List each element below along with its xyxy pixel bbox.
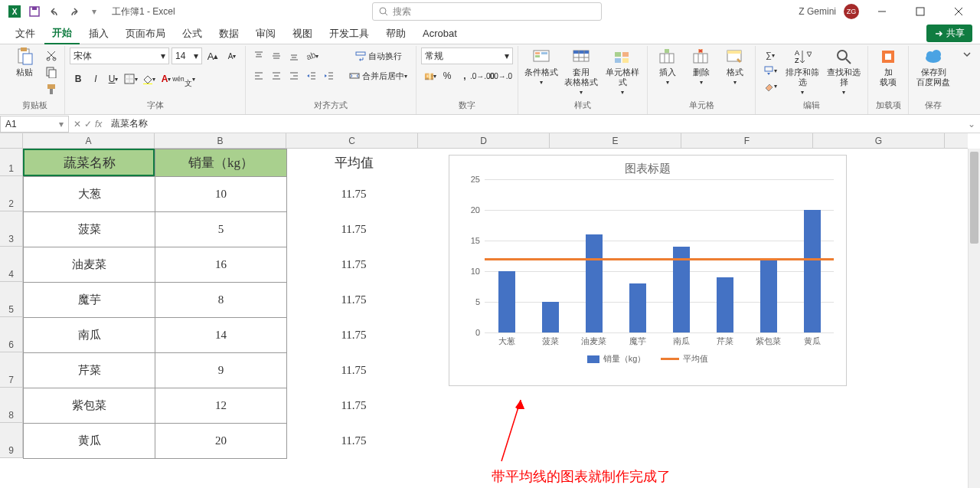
tab-view[interactable]: 视图 bbox=[285, 24, 320, 44]
decrease-indent-button[interactable] bbox=[303, 67, 320, 84]
autosum-button[interactable]: ∑▾ bbox=[760, 47, 780, 63]
accounting-format-button[interactable]: 💴▾ bbox=[421, 67, 438, 84]
table-cell[interactable]: 11.75 bbox=[288, 388, 420, 423]
tab-review[interactable]: 审阅 bbox=[248, 24, 283, 44]
table-cell[interactable]: 10 bbox=[155, 177, 287, 212]
row-header-2[interactable]: 2 bbox=[0, 176, 22, 211]
column-header-d[interactable]: D bbox=[418, 133, 550, 148]
insert-cells-button[interactable]: 插入▾ bbox=[652, 47, 683, 87]
table-cell[interactable]: 魔芋 bbox=[24, 283, 155, 318]
column-header-a[interactable]: A bbox=[23, 133, 155, 148]
formula-expand-button[interactable]: ⌄ bbox=[963, 119, 980, 129]
save-baidu-button[interactable]: 保存到 百度网盘 bbox=[913, 47, 953, 87]
row-header-4[interactable]: 4 bbox=[0, 247, 22, 282]
tab-insert[interactable]: 插入 bbox=[81, 24, 116, 44]
legend-item-bars[interactable]: 销量（kg） bbox=[587, 353, 646, 365]
font-size-select[interactable]: 14▾ bbox=[172, 47, 202, 64]
orientation-button[interactable]: ab▾ bbox=[303, 47, 320, 64]
font-name-select[interactable]: 宋体▾ bbox=[70, 47, 169, 64]
table-cell[interactable]: 9 bbox=[155, 353, 287, 388]
tab-layout[interactable]: 页面布局 bbox=[118, 24, 173, 44]
table-header-cell[interactable]: 平均值 bbox=[288, 149, 420, 176]
row-header-3[interactable]: 3 bbox=[0, 211, 22, 247]
addins-button[interactable]: 加 载项 bbox=[873, 47, 903, 87]
minimize-button[interactable] bbox=[867, 1, 897, 22]
fill-button[interactable]: ▾ bbox=[760, 63, 780, 78]
table-cell[interactable]: 11.75 bbox=[288, 176, 420, 211]
table-cell[interactable]: 11.75 bbox=[288, 423, 420, 458]
cut-button[interactable] bbox=[43, 47, 60, 63]
share-button[interactable]: 共享 bbox=[926, 25, 972, 42]
clear-button[interactable]: ▾ bbox=[760, 78, 780, 93]
chart-plot-area[interactable]: 0510152025 bbox=[485, 179, 834, 332]
align-top-button[interactable] bbox=[250, 47, 267, 64]
tab-data[interactable]: 数据 bbox=[211, 24, 247, 44]
row-header-8[interactable]: 8 bbox=[0, 388, 22, 423]
search-box[interactable]: 搜索 bbox=[372, 2, 602, 21]
undo-icon[interactable] bbox=[46, 3, 63, 20]
chart-bar[interactable] bbox=[629, 283, 646, 332]
column-c-values[interactable]: 平均值11.7511.7511.7511.7511.7511.7511.7511… bbox=[288, 149, 420, 458]
table-cell[interactable]: 紫包菜 bbox=[24, 388, 155, 424]
sort-filter-button[interactable]: AZ排序和筛选▾ bbox=[783, 47, 822, 97]
decrease-decimal-button[interactable]: .00→.0 bbox=[492, 67, 508, 84]
paste-button[interactable]: 粘贴 bbox=[9, 47, 40, 77]
tab-help[interactable]: 帮助 bbox=[378, 24, 413, 44]
chart-bar[interactable] bbox=[760, 259, 777, 332]
scrollbar-thumb[interactable] bbox=[970, 152, 978, 244]
row-header-6[interactable]: 6 bbox=[0, 317, 22, 352]
chart-bar[interactable] bbox=[804, 210, 821, 332]
table-header-cell[interactable]: 销量（kg） bbox=[155, 149, 287, 177]
table-cell[interactable]: 8 bbox=[155, 283, 287, 318]
column-header-g[interactable]: G bbox=[813, 133, 945, 148]
increase-font-button[interactable]: A▴ bbox=[204, 47, 221, 64]
format-cells-button[interactable]: 格式▾ bbox=[720, 47, 750, 87]
save-icon[interactable] bbox=[26, 3, 43, 20]
table-cell[interactable]: 11.75 bbox=[288, 247, 420, 282]
column-headers[interactable]: ABCDEFG bbox=[23, 133, 968, 149]
table-cell[interactable]: 大葱 bbox=[24, 177, 155, 212]
table-cell[interactable]: 南瓜 bbox=[24, 318, 155, 353]
table-cell[interactable]: 11.75 bbox=[288, 282, 420, 317]
table-cell[interactable]: 11.75 bbox=[288, 317, 420, 352]
select-all-corner[interactable] bbox=[0, 133, 23, 149]
table-cell[interactable]: 油麦菜 bbox=[24, 247, 155, 283]
formula-input[interactable]: 蔬菜名称 bbox=[106, 117, 963, 130]
name-box[interactable]: A1▾ bbox=[0, 116, 69, 133]
close-button[interactable] bbox=[943, 1, 974, 22]
italic-button[interactable]: I bbox=[87, 70, 104, 87]
enter-formula-button[interactable]: ✓ bbox=[84, 119, 92, 129]
table-cell[interactable]: 16 bbox=[155, 247, 287, 283]
phonetic-button[interactable]: wén文▾ bbox=[175, 70, 192, 87]
merge-center-button[interactable]: 合并后居中▾ bbox=[345, 67, 411, 84]
chart-legend[interactable]: 销量（kg） 平均值 bbox=[456, 353, 840, 365]
table-cell[interactable]: 芹菜 bbox=[24, 353, 155, 388]
decrease-font-button[interactable]: A▾ bbox=[224, 47, 240, 64]
find-select-button[interactable]: 查找和选择▾ bbox=[825, 47, 863, 97]
tab-file[interactable]: 文件 bbox=[8, 24, 43, 44]
conditional-format-button[interactable]: 条件格式▾ bbox=[523, 47, 560, 87]
tab-formulas[interactable]: 公式 bbox=[175, 24, 210, 44]
table-cell[interactable]: 20 bbox=[155, 424, 287, 459]
cancel-formula-button[interactable]: ✕ bbox=[74, 119, 81, 129]
table-cell[interactable]: 5 bbox=[155, 212, 287, 247]
tab-home[interactable]: 开始 bbox=[44, 23, 80, 44]
bold-button[interactable]: B bbox=[70, 70, 87, 87]
align-left-button[interactable] bbox=[250, 67, 267, 84]
maximize-button[interactable] bbox=[905, 1, 936, 22]
increase-indent-button[interactable] bbox=[321, 67, 338, 84]
spreadsheet-grid[interactable]: ABCDEFG 123456789 蔬菜名称销量（kg）大葱10菠菜5油麦菜16… bbox=[0, 133, 980, 488]
number-format-select[interactable]: 常规▾ bbox=[421, 47, 513, 64]
fx-button[interactable]: fx bbox=[95, 119, 102, 129]
format-painter-button[interactable] bbox=[43, 81, 60, 97]
qat-dropdown-icon[interactable]: ▾ bbox=[86, 3, 103, 20]
delete-cells-button[interactable]: 删除▾ bbox=[686, 47, 717, 87]
column-header-e[interactable]: E bbox=[550, 133, 681, 148]
table-cell[interactable]: 黄瓜 bbox=[24, 424, 155, 459]
chart-bar[interactable] bbox=[586, 234, 603, 332]
fill-color-button[interactable]: ▾ bbox=[140, 70, 157, 87]
row-headers[interactable]: 123456789 bbox=[0, 149, 23, 458]
percent-button[interactable]: % bbox=[439, 67, 456, 84]
row-header-9[interactable]: 9 bbox=[0, 423, 22, 458]
chart-bar[interactable] bbox=[498, 271, 515, 332]
